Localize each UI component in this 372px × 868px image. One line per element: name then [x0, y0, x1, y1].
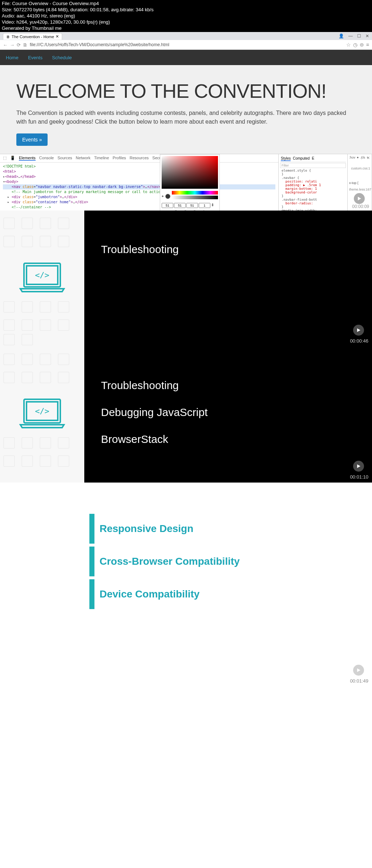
dt-tab-resources[interactable]: Resources — [130, 156, 149, 161]
back-icon[interactable]: ← — [3, 42, 8, 48]
ext-icon-1[interactable]: ◷ — [353, 42, 357, 48]
thumbnail-2: </> Troubleshooting 00:00:46 — [0, 211, 372, 347]
ext-icon-2[interactable]: ⊜ — [360, 42, 364, 48]
svg-rect-13 — [4, 320, 15, 331]
page-icon: 🗎 — [6, 35, 10, 39]
slide-sidebar: </> — [0, 347, 84, 483]
site-navigation: Home Events Schedule — [0, 50, 372, 65]
nav-home[interactable]: Home — [6, 55, 19, 60]
minimize-button[interactable]: — — [348, 33, 353, 39]
url-field[interactable]: file:///C:/Users/HoffsTech-VM/Documents/… — [30, 42, 344, 47]
thumbnail-4: Responsive Design Cross-Browser Compatib… — [0, 483, 372, 687]
format-toggle[interactable]: ⇕ — [211, 203, 214, 208]
window-controls: 👤 — ☐ ✕ — [339, 33, 369, 39]
color-gradient[interactable] — [162, 156, 218, 189]
topic-bar-1: Responsive Design — [0, 511, 372, 544]
topic-label: Device Compatibility — [100, 588, 199, 600]
alpha-slider[interactable] — [172, 196, 218, 199]
svg-rect-29 — [40, 372, 51, 383]
meta-gen: Generated by Thumbnail me — [2, 25, 370, 32]
color-picker[interactable]: ⌖ ⇕ RGBA — [160, 154, 220, 211]
svg-rect-31 — [4, 437, 15, 448]
dt-tab-timeline[interactable]: Timeline — [94, 156, 109, 161]
svg-rect-14 — [22, 320, 33, 331]
dt-tab-network[interactable]: Network — [76, 156, 90, 161]
svg-rect-25 — [40, 354, 51, 365]
svg-rect-9 — [4, 301, 15, 312]
timestamp: 00:01:10 — [350, 474, 368, 480]
r-input[interactable] — [162, 203, 173, 208]
tab-close-icon[interactable]: ✕ — [56, 34, 59, 39]
close-button[interactable]: ✕ — [365, 33, 369, 39]
css-navbar-fixed[interactable]: .navbar-fixed-bott — [280, 198, 346, 201]
timestamp: 00:00:09 — [352, 204, 369, 209]
svg-rect-8 — [58, 236, 69, 247]
play-button[interactable] — [353, 665, 364, 676]
svg-rect-32 — [22, 437, 33, 448]
star-icon[interactable]: ☆ — [346, 42, 351, 48]
dt-more-icon[interactable]: ⋮ — [360, 156, 364, 160]
dt-tab-sources[interactable]: Sources — [57, 156, 72, 161]
filter-input[interactable]: Filter — [280, 163, 346, 168]
video-thumbnails: </> Troubleshooting 00:00:46 </> Trouble… — [0, 211, 372, 687]
svg-rect-23 — [4, 354, 15, 365]
topic-label: Responsive Design — [100, 523, 193, 535]
topic-bar-2: Cross-Browser Compatibility — [0, 544, 372, 576]
events-tab[interactable]: E — [312, 156, 314, 161]
eyedropper-icon[interactable]: ⌖ — [162, 194, 164, 199]
hero-title: WELCOME TO THE CONVENTION! — [16, 80, 356, 102]
meta-audio: Audio: aac, 44100 Hz, stereo (eng) — [2, 13, 370, 19]
browser-tabs-bar: 🗎 The Convention - Home ✕ 👤 — ☐ ✕ — [0, 32, 372, 40]
svg-rect-26 — [58, 354, 69, 365]
dt-close-icon[interactable]: ✕ — [367, 156, 370, 160]
slide-title: Troubleshooting — [101, 243, 355, 256]
hero-text: The Convention is packed with events inc… — [16, 109, 356, 126]
svg-rect-7 — [40, 236, 51, 247]
play-button[interactable] — [353, 461, 364, 472]
svg-marker-0 — [358, 197, 361, 200]
css-element-style[interactable]: element.style { — [280, 169, 346, 172]
g-input[interactable] — [174, 203, 186, 208]
styles-tab[interactable]: Styles — [281, 156, 291, 161]
reload-icon[interactable]: ⟳ — [17, 42, 21, 48]
dom-tree[interactable]: <!DOCTYPE html> <html> ▸<head>…</head> ▾… — [0, 163, 278, 211]
browser-window: 🗎 The Convention - Home ✕ 👤 — ☐ ✕ ← → ⟳ … — [0, 32, 372, 50]
slide-content: Troubleshooting Debugging JavaScript Bro… — [84, 347, 372, 483]
slide-line-1: Troubleshooting — [101, 379, 355, 392]
hero-section: WELCOME TO THE CONVENTION! The Conventio… — [0, 65, 372, 154]
play-button[interactable] — [353, 325, 364, 336]
svg-rect-18 — [22, 334, 33, 345]
events-button[interactable]: Events » — [16, 133, 48, 146]
css-source-theme[interactable]: theme.less:167 — [349, 188, 370, 191]
timestamp: 00:01:49 — [350, 678, 368, 684]
slide-content: Troubleshooting 00:00:46 — [84, 211, 372, 347]
svg-rect-6 — [22, 236, 33, 247]
topic-label: Cross-Browser Compatibility — [100, 556, 240, 567]
devtools-tabs: ⬚ 📱 Elements Console Sources Network Tim… — [0, 154, 278, 163]
hov-toggle[interactable]: :hov — [349, 156, 355, 159]
computed-tab[interactable]: Computed — [293, 156, 310, 161]
user-icon[interactable]: 👤 — [339, 33, 344, 39]
css-navbar[interactable]: .navbar { — [280, 176, 346, 180]
laptop-icon: </> — [19, 397, 66, 432]
dt-inspect-icon[interactable]: ⬚ — [3, 156, 7, 161]
dt-tab-profiles[interactable]: Profiles — [113, 156, 126, 161]
maximize-button[interactable]: ☐ — [357, 33, 361, 39]
address-bar: ← → ⟳ 🗎 file:///C:/Users/HoffsTech-VM/Do… — [0, 40, 372, 49]
dt-tab-console[interactable]: Console — [39, 156, 54, 161]
nav-events[interactable]: Events — [28, 55, 43, 60]
nav-schedule[interactable]: Schedule — [52, 55, 72, 60]
svg-marker-22 — [357, 328, 360, 332]
styles-pane: Styles Computed E Filter element.style {… — [279, 154, 348, 211]
b-input[interactable] — [186, 203, 198, 208]
svg-rect-37 — [40, 456, 51, 467]
topic-bar-3: Device Compatibility — [0, 576, 372, 609]
forward-icon[interactable]: → — [10, 42, 15, 48]
dt-tab-elements[interactable]: Elements — [19, 156, 36, 161]
dt-device-icon[interactable]: 📱 — [10, 156, 15, 161]
css-source-custom[interactable]: custom.css:1 — [349, 167, 370, 170]
hue-slider[interactable] — [172, 191, 218, 195]
browser-tab[interactable]: 🗎 The Convention - Home ✕ — [3, 33, 62, 40]
a-input[interactable] — [199, 203, 210, 208]
menu-icon[interactable]: ≡ — [366, 42, 369, 48]
